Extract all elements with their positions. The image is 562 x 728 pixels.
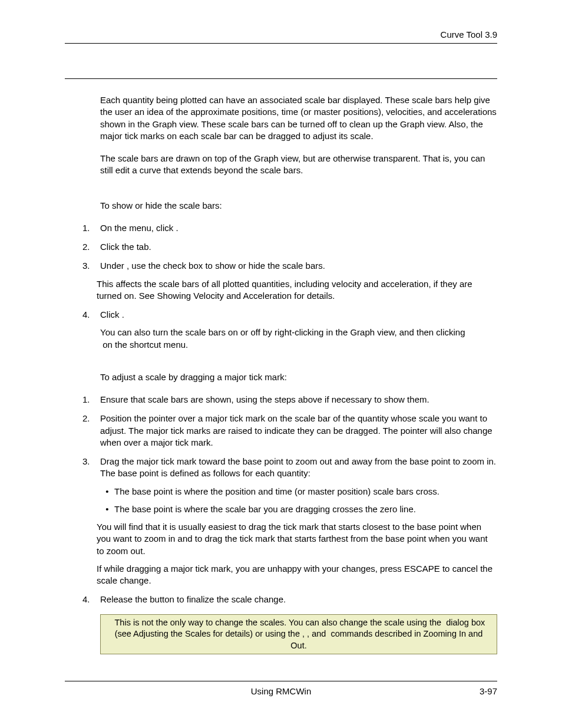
bullet-icon: • xyxy=(100,486,114,498)
step-number: 4. xyxy=(82,309,100,351)
page: Curve Tool 3.9 Each quantity being plott… xyxy=(0,0,562,728)
step-content: Under , use the check box to show or hid… xyxy=(100,260,497,302)
section-rule xyxy=(65,78,497,79)
step-content: Ensure that scale bars are shown, using … xyxy=(100,394,497,406)
footer-center: Using RMCWin xyxy=(65,686,497,696)
adjust-step-2: 2. Position the pointer over a major tic… xyxy=(82,413,497,449)
step-number: 1. xyxy=(82,222,100,234)
step-1: 1. On the menu, click . xyxy=(82,222,497,234)
intro-paragraph-1: Each quantity being plotted can have an … xyxy=(100,94,497,142)
step-content: Drag the major tick mark toward the base… xyxy=(100,456,497,587)
bullet-vel-accel: • The base point is where the scale bar … xyxy=(100,503,497,515)
step-number: 2. xyxy=(82,413,100,449)
step-3-follow: This affects the scale bars of all plott… xyxy=(97,278,497,302)
adjust-step-4: 4. Release the button to finalize the sc… xyxy=(82,594,497,605)
step-3: 3. Under , use the check box to show or … xyxy=(82,260,497,302)
step-number: 1. xyxy=(82,394,100,406)
step-number: 2. xyxy=(82,241,100,253)
adjust-steps: 1. Ensure that scale bars are shown, usi… xyxy=(82,394,497,606)
step-content: Position the pointer over a major tick m… xyxy=(100,413,497,449)
step-content: Click . You can also turn the scale bars… xyxy=(100,309,497,351)
page-footer: Using RMCWin 3-97 xyxy=(65,681,497,696)
adjust-step-1: 1. Ensure that scale bars are shown, usi… xyxy=(82,394,497,406)
header-title: Curve Tool 3.9 xyxy=(441,29,497,39)
step-content: On the menu, click . xyxy=(100,222,497,234)
adjust-step-3-follow-2: If while dragging a major tick mark, you… xyxy=(97,563,497,587)
page-header: Curve Tool 3.9 xyxy=(65,29,497,44)
step-2: 2. Click the tab. xyxy=(82,241,497,253)
step-4-follow-line1: You can also turn the scale bars on or o… xyxy=(100,327,497,338)
step-number: 4. xyxy=(82,594,100,605)
adjust-lead: To adjust a scale by dragging a major ti… xyxy=(100,371,497,383)
step-4-follow-line2: on the shortcut menu. xyxy=(100,339,497,351)
step-content: Click the tab. xyxy=(100,241,497,253)
intro-paragraph-2: The scale bars are drawn on top of the G… xyxy=(100,153,497,177)
bullet-icon: • xyxy=(100,503,114,515)
step-content: Release the button to finalize the scale… xyxy=(100,594,497,605)
bullet-position-time: • The base point is where the position a… xyxy=(100,486,497,498)
note-box: This is not the only way to change the s… xyxy=(100,614,497,655)
show-hide-lead: To show or hide the scale bars: xyxy=(100,200,497,212)
show-hide-steps: 1. On the menu, click . 2. Click the tab… xyxy=(82,222,497,351)
adjust-step-3-follow-1: You will find that it is usually easiest… xyxy=(97,521,497,557)
adjust-step-3: 3. Drag the major tick mark toward the b… xyxy=(82,456,497,587)
step-4: 4. Click . You can also turn the scale b… xyxy=(82,309,497,351)
base-point-bullets: • The base point is where the position a… xyxy=(100,486,497,516)
